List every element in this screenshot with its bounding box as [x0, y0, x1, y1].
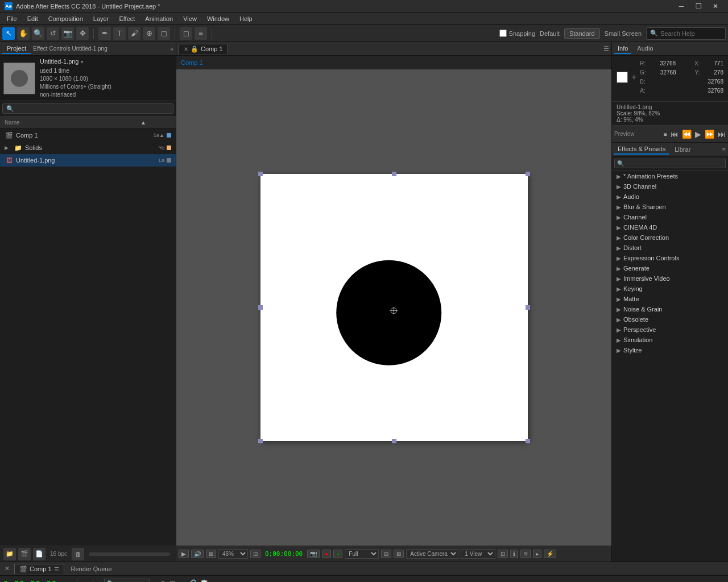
effects-presets-tab[interactable]: Effects & Presets [614, 144, 669, 155]
project-item-solids[interactable]: ▶ 📁 Solids Ye [0, 142, 176, 154]
comp-viewport[interactable] [176, 69, 611, 546]
snapping-checkbox[interactable] [499, 30, 507, 37]
effects-search-input[interactable] [614, 159, 726, 168]
align-tool[interactable]: ≡ [195, 27, 207, 40]
restore-button[interactable]: ❐ [690, 1, 706, 11]
effect-audio[interactable]: ▶ Audio [612, 192, 728, 202]
comp-quality-select[interactable]: Full Half Third Quarter [345, 549, 379, 559]
timeline-tool-3[interactable]: ⊞ [169, 579, 176, 582]
new-comp-btn[interactable]: 🎬 [18, 548, 31, 560]
new-item-btn[interactable]: 📄 [33, 548, 46, 560]
comp-color-btn[interactable]: ● [322, 550, 331, 558]
effect-blur-sharpen[interactable]: ▶ Blur & Sharpen [612, 202, 728, 212]
comp-grid-btn[interactable]: ⊞ [206, 550, 216, 558]
project-scrollbar[interactable] [89, 552, 170, 556]
comp-info-btn[interactable]: ℹ [510, 550, 518, 558]
breadcrumb-comp1[interactable]: Comp 1 [181, 59, 203, 66]
pan-tool[interactable]: ✥ [76, 27, 89, 40]
comp-view-select[interactable]: 1 View 2 Views 4 Views [461, 549, 495, 559]
menu-animation[interactable]: Animation [140, 14, 177, 23]
search-help-input[interactable] [660, 30, 722, 37]
comp-preview-btn[interactable]: ▶ [179, 550, 189, 558]
comp-3d-btn[interactable]: ⊡ [498, 550, 508, 558]
effect-simulation[interactable]: ▶ Simulation [612, 335, 728, 345]
pen-tool[interactable]: ✒ [98, 27, 111, 40]
timeline-tool-1[interactable]: ↕ [153, 579, 157, 582]
comp-camera-select[interactable]: Active Camera [406, 549, 458, 559]
timeline-tool-4[interactable]: ≡ [179, 579, 184, 582]
comp-timeline-tab[interactable]: 🎬 Comp 1 ☰ [14, 564, 64, 574]
panel-more-btn[interactable]: » [170, 45, 173, 52]
comp-flow-btn[interactable]: ≋ [520, 550, 531, 558]
timeline-search-input[interactable] [104, 579, 150, 582]
menu-window[interactable]: Window [202, 14, 234, 23]
eraser-tool[interactable]: ◻ [158, 27, 170, 40]
project-item-untitled[interactable]: 🖼 Untitled-1.png La [0, 154, 176, 167]
effect-channel[interactable]: ▶ Channel [612, 212, 728, 222]
text-tool[interactable]: T [113, 27, 126, 40]
timeline-tool-5[interactable]: 🔗 [187, 579, 196, 582]
timeline-tool-6[interactable]: 📋 [200, 579, 209, 582]
preview-next-btn[interactable]: ⏩ [705, 130, 714, 139]
comp-audio-btn[interactable]: 🔊 [191, 550, 204, 558]
workspace-standard-btn[interactable]: Standard [564, 28, 600, 39]
menu-file[interactable]: File [2, 14, 22, 23]
effect-distort[interactable]: ▶ Distort [612, 243, 728, 253]
preview-play-btn[interactable]: ▶ [695, 130, 701, 139]
camera-tool[interactable]: 📷 [61, 27, 74, 40]
comp-tab-close-btn[interactable]: ✕ [184, 46, 188, 52]
menu-effect[interactable]: Effect [114, 14, 139, 23]
comp-zoom-select[interactable]: 46% 25% 50% 100% [218, 549, 248, 559]
audio-tab[interactable]: Audio [634, 44, 656, 54]
menu-view[interactable]: View [179, 14, 201, 23]
info-tab[interactable]: Info [614, 44, 631, 54]
library-tab[interactable]: Librar [671, 145, 694, 154]
effect-animation-presets[interactable]: ▶ * Animation Presets [612, 171, 728, 181]
project-item-comp1[interactable]: 🎬 Comp 1 5a▲ [0, 129, 176, 142]
effect-expression-controls[interactable]: ▶ Expression Controls [612, 253, 728, 263]
effect-obsolete[interactable]: ▶ Obsolete [612, 314, 728, 325]
comp-snapshot-btn[interactable]: 📷 [307, 550, 320, 558]
effect-3d-channel[interactable]: ▶ 3D Channel [612, 181, 728, 192]
preview-prev-btn[interactable]: ⏪ [682, 130, 692, 139]
menu-layer[interactable]: Layer [89, 14, 114, 23]
timeline-tool-2[interactable]: ⊕ [160, 579, 166, 582]
comp-fast-btn[interactable]: ⚡ [544, 550, 556, 558]
shape-tool[interactable]: ◻ [180, 27, 192, 40]
rotate-tool[interactable]: ↺ [47, 27, 59, 40]
select-tool[interactable]: ↖ [2, 27, 15, 40]
effect-keying[interactable]: ▶ Keying [612, 284, 728, 294]
trash-btn[interactable]: 🗑 [72, 548, 84, 560]
effect-matte[interactable]: ▶ Matte [612, 294, 728, 304]
render-queue-tab[interactable]: Render Queue [69, 564, 114, 573]
project-tab[interactable]: Project [2, 44, 31, 54]
effect-noise-grain[interactable]: ▶ Noise & Grain [612, 304, 728, 314]
effect-generate[interactable]: ▶ Generate [612, 263, 728, 273]
effects-menu-icon[interactable]: ≡ [722, 146, 726, 153]
stamp-tool[interactable]: ⊕ [143, 27, 155, 40]
comp-render-btn[interactable]: ▸ [533, 550, 541, 558]
menu-help[interactable]: Help [235, 14, 257, 23]
effect-cinema4d[interactable]: ▶ CINEMA 4D [612, 222, 728, 232]
effect-controls-tab[interactable]: Effect Controls Untitled-1.png [31, 44, 109, 53]
close-button[interactable]: ✕ [708, 1, 723, 11]
effect-immersive-video[interactable]: ▶ Immersive Video [612, 273, 728, 284]
effect-perspective[interactable]: ▶ Perspective [612, 325, 728, 335]
comp-transparency-btn[interactable]: ⊞ [394, 550, 404, 558]
comp-fit-btn[interactable]: ⊡ [250, 550, 260, 558]
effect-stylize[interactable]: ▶ Stylize [612, 345, 728, 355]
comp-region-btn[interactable]: ⊟ [381, 550, 391, 558]
title-bar-controls[interactable]: ─ ❐ ✕ [673, 1, 723, 11]
menu-edit[interactable]: Edit [23, 14, 43, 23]
preview-last-btn[interactable]: ⏭ [718, 130, 726, 139]
menu-composition[interactable]: Composition [44, 14, 88, 23]
comp-tab-more-btn[interactable]: ☰ [603, 45, 609, 52]
timeline-close-btn[interactable]: ✕ [5, 565, 10, 572]
zoom-tool[interactable]: 🔍 [32, 27, 44, 40]
snapping-toggle[interactable]: Snapping [499, 30, 536, 37]
project-search-input[interactable] [2, 103, 173, 114]
effect-color-correction[interactable]: ▶ Color Correction [612, 232, 728, 243]
minimize-button[interactable]: ─ [673, 1, 689, 11]
preview-first-btn[interactable]: ⏮ [671, 130, 679, 139]
comp-tab-comp1[interactable]: ✕ 🔒 Comp 1 [179, 44, 228, 54]
